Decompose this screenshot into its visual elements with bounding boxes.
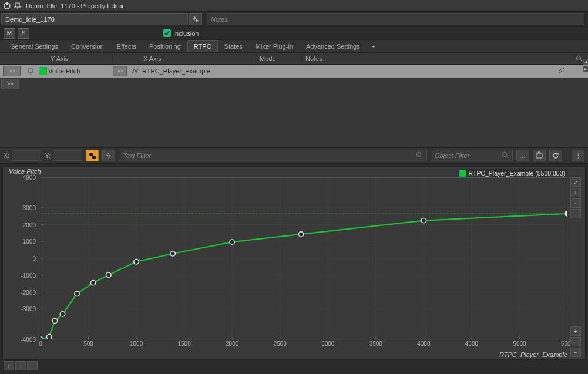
add-y-property-picker[interactable]: >> [1, 79, 19, 89]
text-filter-placeholder: Text Filter [123, 152, 151, 159]
panel-collapse-handles: ◂ ▸ [583, 59, 588, 72]
v-zoom-in-button[interactable]: + [570, 188, 581, 197]
rtpc-column-header: Y Axis X Axis Mode Notes [0, 53, 588, 65]
zoom-fit-button[interactable]: ⤢ [570, 177, 581, 187]
edit-notes-icon[interactable] [557, 67, 565, 75]
mode-cell[interactable] [255, 65, 301, 78]
graph-horizontal-zoom: + · − [4, 361, 38, 370]
cursor-x-label: X: [4, 152, 9, 159]
tab-general-settings[interactable]: General Settings [4, 40, 65, 52]
v-zoom-in-button-2[interactable]: + [570, 326, 581, 336]
tab-states[interactable]: States [218, 40, 249, 52]
svg-rect-10 [536, 153, 542, 158]
text-filter-input[interactable]: Text Filter [119, 150, 427, 161]
options-button[interactable]: ⋮ [572, 150, 584, 161]
svg-point-60 [90, 281, 96, 285]
col-header-xaxis[interactable]: X Axis [143, 55, 256, 62]
capture-button[interactable] [533, 150, 546, 161]
cursor-y-value[interactable] [53, 150, 82, 161]
inclusion-checkbox[interactable]: Inclusion [163, 29, 199, 37]
h-zoom-out-button[interactable]: − [27, 361, 38, 370]
link-button[interactable] [102, 150, 115, 161]
object-filter-placeholder: Object Filter [435, 152, 469, 159]
v-zoom-reset-button-2[interactable]: · [570, 337, 581, 346]
y-axis-ticks: 48003000200010000-1000-2000-3000-4800 [16, 177, 38, 339]
nav-button[interactable] [189, 13, 202, 25]
search-icon [502, 151, 509, 160]
x-axis-parameter[interactable]: RTPC_Player_Example [142, 65, 255, 78]
curve-color-swatch[interactable] [39, 67, 47, 75]
svg-point-59 [75, 291, 80, 296]
cursor-y-label: Y: [45, 152, 51, 159]
gameparam-icon [128, 65, 142, 78]
follow-object-button[interactable] [86, 150, 99, 161]
svg-point-58 [60, 312, 65, 316]
v-zoom-out-button-2[interactable]: − [570, 348, 581, 357]
v-zoom-reset-button[interactable]: · [570, 198, 581, 208]
inclusion-checkbox-input[interactable] [163, 29, 171, 37]
col-header-yaxis[interactable]: Y Axis [49, 55, 113, 62]
svg-point-2 [577, 56, 581, 60]
svg-point-56 [46, 335, 52, 339]
expand-handle[interactable]: ▸ [583, 66, 588, 72]
tab-rtpc[interactable]: RTPC [187, 40, 218, 52]
search-icon [416, 151, 423, 160]
h-zoom-reset-button[interactable]: · [15, 361, 26, 370]
tab-advanced-settings[interactable]: Advanced Settings [300, 40, 367, 52]
svg-point-68 [565, 211, 567, 216]
browse-button[interactable]: … [516, 150, 529, 161]
x-axis-ticks: 0500100015002000250030003500400045005000… [41, 341, 567, 349]
svg-point-8 [503, 153, 507, 157]
rtpc-graph[interactable]: Voice Pitch RTPC_Player_Example (5500.00… [2, 166, 586, 360]
graph-legend: RTPC_Player_Example (5500.000) [457, 169, 567, 177]
svg-line-9 [506, 156, 508, 158]
object-filter-input[interactable]: Object Filter [431, 150, 513, 161]
solo-button[interactable]: S [18, 28, 29, 39]
graph-toolbar: X: Y: Text Filter Object Filter … ⋮ [0, 147, 588, 164]
plot-canvas[interactable] [41, 177, 567, 339]
notes-field[interactable]: Notes [207, 13, 584, 25]
tab-add[interactable]: + [367, 40, 381, 52]
svg-line-7 [421, 156, 422, 158]
cursor-y: Y: [45, 150, 82, 161]
svg-point-57 [52, 318, 58, 323]
col-header-notes[interactable]: Notes [302, 55, 570, 62]
reset-button[interactable] [549, 150, 562, 161]
tab-effects[interactable]: Effects [110, 40, 143, 52]
mute-button[interactable]: M [4, 28, 15, 39]
rtpc-table: Y Axis X Axis Mode Notes >> Voice Pitch … [0, 53, 588, 147]
app-icon [2, 1, 12, 11]
tab-mixer-plugin[interactable]: Mixer Plug-in [249, 40, 300, 52]
svg-point-65 [298, 232, 304, 237]
v-zoom-out-button[interactable]: − [570, 209, 581, 218]
svg-point-62 [134, 260, 139, 264]
tab-conversion[interactable]: Conversion [65, 40, 110, 52]
window-title: Demo_Idle_1170 - Property Editor [26, 2, 124, 9]
tab-positioning[interactable]: Positioning [143, 40, 187, 52]
object-name-field[interactable]: Demo_Idle_1170 [1, 13, 188, 25]
h-zoom-in-button[interactable]: + [4, 361, 14, 370]
graph-vertical-zoom: ⤢ + · − + · − [570, 177, 582, 357]
mute-solo-row: M S Inclusion [0, 27, 588, 40]
titlebar: Demo_Idle_1170 - Property Editor [0, 0, 588, 12]
cursor-x-value[interactable] [12, 150, 41, 161]
svg-point-63 [170, 251, 176, 256]
col-header-mode[interactable]: Mode [256, 55, 302, 62]
legend-label: RTPC_Player_Example (5500.000) [469, 170, 565, 177]
y-property-picker[interactable]: >> [3, 66, 21, 76]
svg-rect-1 [6, 2, 8, 5]
cursor-x: X: [4, 150, 41, 161]
svg-point-66 [421, 218, 426, 223]
y-axis-property[interactable]: Voice Pitch [48, 65, 112, 78]
pin-icon[interactable] [13, 1, 22, 11]
collapse-handle[interactable]: ◂ [583, 59, 588, 65]
object-header-row: Demo_Idle_1170 Notes [0, 12, 588, 27]
x-param-picker[interactable]: >> [113, 66, 127, 76]
pin-icon[interactable] [23, 65, 38, 78]
legend-swatch [459, 170, 466, 177]
svg-line-3 [580, 60, 582, 62]
svg-point-64 [230, 240, 235, 244]
inclusion-label: Inclusion [173, 30, 199, 37]
rtpc-row[interactable]: >> Voice Pitch >> RTPC_Player_Example [0, 65, 588, 78]
svg-point-6 [417, 153, 421, 157]
